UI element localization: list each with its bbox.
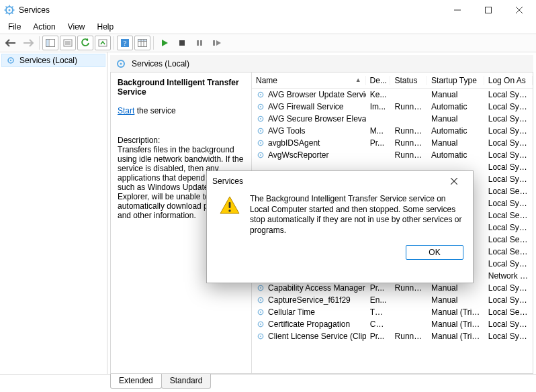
table-row[interactable]: AVG Browser Update Servic...Ke...ManualL… (252, 89, 533, 101)
dialog-ok-button[interactable]: OK (406, 245, 463, 260)
tab-standard[interactable]: Standard (161, 374, 212, 389)
svg-point-63 (228, 209, 230, 211)
cell-name: avgbIDSAgent (268, 138, 320, 148)
cell-description: Thi... (366, 307, 391, 317)
forward-button[interactable] (20, 36, 36, 50)
services-app-icon (4, 5, 15, 15)
help-button[interactable]: ? (117, 36, 133, 50)
col-startup-type[interactable]: Startup Type (427, 76, 484, 85)
svg-point-33 (10, 60, 11, 61)
service-icon (256, 332, 265, 341)
menu-help[interactable]: Help (92, 21, 120, 33)
cell-status: Running (391, 150, 428, 160)
svg-point-55 (260, 311, 261, 313)
svg-rect-30 (200, 40, 202, 46)
col-status[interactable]: Status (390, 76, 427, 85)
col-log-on-as[interactable]: Log On As (484, 76, 533, 85)
svg-rect-31 (213, 40, 215, 46)
minimize-button[interactable] (442, 0, 473, 20)
table-row[interactable]: AVG Secure Browser Elevati...ManualLocal… (252, 113, 533, 125)
table-row[interactable]: AVG ToolsM...RunningAutomaticLocal Syste… (252, 125, 533, 137)
dialog-close-button[interactable] (441, 172, 467, 191)
table-row[interactable]: avgbIDSAgentPr...RunningManualLocal Syst… (252, 137, 533, 149)
restart-service-button[interactable] (209, 36, 225, 50)
cell-status: Running (391, 138, 428, 148)
table-row[interactable]: Cellular TimeThi...Manual (Trig...Local … (252, 306, 533, 318)
service-icon (256, 307, 265, 317)
svg-rect-21 (99, 40, 107, 46)
service-icon (256, 126, 265, 136)
cell-logon: Local Syste... (484, 259, 533, 268)
cell-name: Certificate Propagation (268, 320, 350, 329)
menubar: File Action View Help (0, 20, 536, 34)
svg-point-57 (260, 324, 261, 325)
svg-point-41 (260, 118, 261, 119)
svg-rect-29 (197, 40, 199, 46)
nav-item-label: Services (Local) (19, 56, 77, 65)
dialog-title: Services (212, 177, 243, 186)
start-service-link[interactable]: Start (118, 106, 134, 115)
table-row[interactable]: Capability Access Manager ...Pr...Runnin… (252, 282, 533, 294)
service-icon (256, 114, 265, 124)
service-action-line: Start the service (118, 106, 244, 115)
cell-name: Capability Access Manager ... (268, 283, 366, 293)
cell-name: AVG Firewall Service (268, 102, 343, 111)
maximize-button[interactable] (473, 0, 504, 20)
cell-startup: Manual (427, 295, 484, 305)
svg-point-1 (9, 9, 11, 11)
start-service-button[interactable] (157, 36, 173, 50)
cell-name: Client License Service (Clip... (268, 332, 366, 341)
service-icon (256, 295, 265, 305)
selected-service-name: Background Intelligent Transfer Service (118, 78, 244, 97)
back-button[interactable] (3, 36, 19, 50)
toolbar: ? (0, 34, 536, 52)
cell-status: Running (391, 283, 428, 293)
error-dialog: Services The Background Intelligent Tran… (206, 170, 474, 283)
cell-description: Pr... (366, 283, 391, 293)
table-row[interactable]: AvgWscReporterRunningAutomaticLocal Syst… (252, 149, 533, 161)
cell-description: M... (366, 126, 391, 136)
nav-item-services-local[interactable]: Services (Local) (1, 54, 105, 67)
properties-button[interactable] (60, 36, 76, 50)
col-description[interactable]: De... (366, 76, 391, 85)
close-button[interactable] (504, 0, 535, 20)
sort-asc-icon: ▲ (355, 77, 361, 83)
cell-name: AVG Secure Browser Elevati... (268, 114, 366, 124)
pause-service-button[interactable] (191, 36, 208, 50)
svg-point-35 (120, 62, 122, 64)
stop-service-button[interactable] (174, 36, 190, 50)
column-chooser-button[interactable] (134, 36, 150, 50)
cell-logon: Local Syste... (484, 283, 533, 293)
cell-description: Im... (366, 102, 391, 111)
svg-point-39 (260, 106, 261, 107)
cell-description: En... (366, 295, 391, 305)
col-name[interactable]: Name▲ (252, 76, 366, 85)
cell-logon: Local Syste... (484, 114, 533, 124)
cell-logon: Local Syste... (484, 332, 533, 341)
service-icon (256, 320, 265, 329)
svg-line-9 (12, 7, 13, 8)
cell-logon: Local Syste... (484, 199, 533, 208)
show-hide-tree-button[interactable] (42, 36, 58, 50)
svg-rect-11 (486, 7, 492, 13)
svg-rect-16 (46, 40, 49, 46)
table-row[interactable]: Certificate PropagationCo...Manual (Trig… (252, 318, 533, 330)
svg-text:?: ? (124, 39, 127, 47)
table-row[interactable]: CaptureService_f61f29En...ManualLocal Sy… (252, 294, 533, 306)
menu-action[interactable]: Action (28, 21, 60, 33)
tab-extended[interactable]: Extended (110, 374, 162, 389)
table-row[interactable]: Client License Service (Clip...Pr...Runn… (252, 330, 533, 342)
menu-view[interactable]: View (62, 21, 91, 33)
service-icon (256, 138, 265, 148)
table-row[interactable]: AVG Firewall ServiceIm...RunningAutomati… (252, 101, 533, 113)
refresh-button[interactable] (77, 36, 93, 50)
svg-point-47 (260, 154, 261, 156)
export-list-button[interactable] (95, 36, 111, 50)
cell-name: AVG Tools (268, 126, 306, 136)
content-header-title: Services (Local) (132, 59, 189, 68)
cell-startup: Automatic (427, 102, 484, 111)
service-icon (256, 102, 265, 111)
cell-description: Co... (366, 320, 391, 329)
menu-file[interactable]: File (3, 21, 26, 33)
cell-logon: Local Syste... (484, 162, 533, 172)
